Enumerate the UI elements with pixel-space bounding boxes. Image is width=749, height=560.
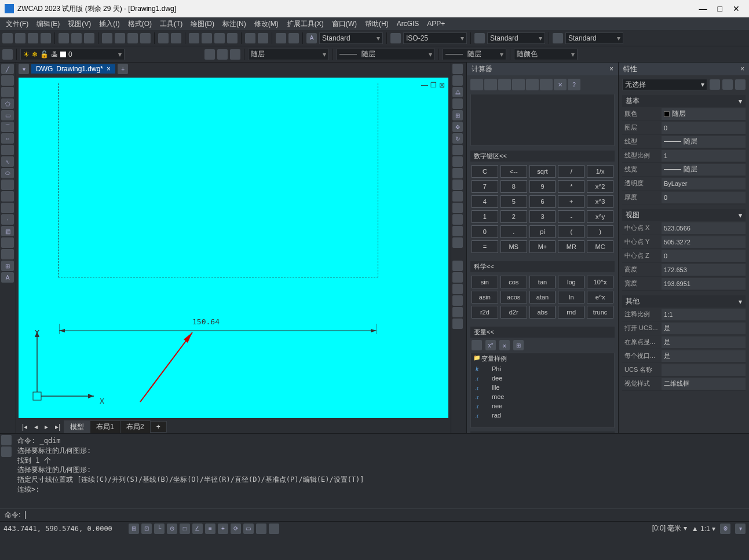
blockedit-icon[interactable]: [452, 261, 463, 271]
color-combo[interactable]: 随层▾: [248, 49, 329, 60]
block-make-icon[interactable]: [1, 203, 14, 213]
calc-angle-icon[interactable]: [540, 79, 553, 90]
layer-state-icon[interactable]: [230, 49, 240, 60]
dyn-icon[interactable]: +: [218, 524, 228, 534]
menu-edit[interactable]: 编辑(E): [33, 18, 63, 30]
drawing-canvas[interactable]: — ❐ ⊠ 150.64: [19, 78, 448, 418]
spline-icon[interactable]: ∿: [1, 156, 14, 167]
menu-draw[interactable]: 绘图(D): [187, 18, 218, 30]
extend-icon[interactable]: [452, 180, 463, 190]
var-delete-icon[interactable]: x̶: [499, 340, 510, 350]
undo-icon[interactable]: [158, 33, 169, 43]
calc-key-MS[interactable]: MS: [500, 240, 527, 253]
properties-icon[interactable]: [245, 33, 255, 43]
lwt-icon[interactable]: ≡: [205, 524, 215, 534]
calc-key-8[interactable]: 8: [500, 180, 527, 193]
new-icon[interactable]: [2, 33, 13, 43]
quick-select-icon[interactable]: [710, 79, 720, 90]
calc-intersect-icon[interactable]: ✕: [554, 79, 567, 90]
prop-width[interactable]: 193.6951: [662, 278, 746, 290]
stretch-icon[interactable]: [452, 156, 463, 167]
move-icon[interactable]: ✥: [452, 122, 463, 132]
cycle-icon[interactable]: ⟳: [231, 524, 241, 534]
prop-transparency[interactable]: ByLayer: [662, 178, 746, 189]
calc-sci-header[interactable]: 科学<<: [470, 261, 615, 272]
calc-numpad-header[interactable]: 数字键区<<: [470, 151, 615, 162]
calc-key-e^x[interactable]: e^x: [587, 291, 613, 303]
minimize-button[interactable]: —: [699, 4, 707, 13]
snap-icon[interactable]: ⊞: [129, 524, 139, 534]
selection-combo[interactable]: 无选择▾: [622, 79, 707, 90]
calc-key-MR[interactable]: MR: [558, 240, 584, 253]
sb-config-icon[interactable]: ▾: [735, 524, 746, 534]
var-item-ille[interactable]: ille: [471, 383, 614, 392]
pickadd-icon[interactable]: [735, 79, 746, 90]
command-prompt[interactable]: 命令:: [0, 508, 749, 521]
new-tab-icon[interactable]: +: [118, 64, 128, 74]
var-item-rad[interactable]: rad: [471, 411, 614, 420]
preview-icon[interactable]: [71, 33, 82, 43]
ortho-icon[interactable]: └: [154, 524, 165, 534]
mtext-icon[interactable]: A: [1, 272, 14, 283]
calc-key-<--[interactable]: <--: [500, 165, 527, 178]
close-tab-icon[interactable]: ×: [107, 65, 111, 73]
sb-anno-icon[interactable]: ⚙: [720, 524, 730, 534]
calc-icon[interactable]: [258, 33, 268, 43]
var-folder[interactable]: 变量样例: [471, 353, 614, 364]
sb-anno-scale[interactable]: ▲ 1:1 ▾: [692, 525, 715, 533]
layer-manager-icon[interactable]: [2, 49, 13, 60]
block-tool-icon[interactable]: [452, 272, 463, 283]
plot-icon[interactable]: [59, 33, 69, 43]
group-view[interactable]: 视图▾: [622, 209, 746, 221]
tablestyle-icon[interactable]: [474, 33, 485, 43]
prop-per-vp[interactable]: 是: [662, 350, 746, 362]
prop-lineweight[interactable]: 随层: [662, 164, 746, 175]
doc-close-icon[interactable]: ⊠: [439, 81, 445, 89]
revcloud-icon[interactable]: [1, 145, 14, 155]
scale-icon[interactable]: [452, 145, 463, 155]
prop-ucs-name[interactable]: [662, 364, 746, 376]
prop-center-z[interactable]: 0: [662, 250, 746, 262]
menu-extend[interactable]: 扩展工具(X): [283, 18, 327, 30]
offset-icon[interactable]: [452, 98, 463, 109]
calc-key-5[interactable]: 5: [500, 195, 527, 208]
zoom-window-icon[interactable]: [214, 33, 225, 43]
calc-key--[interactable]: -: [558, 210, 584, 223]
calc-key-MC[interactable]: MC: [587, 240, 613, 253]
calc-key-=[interactable]: =: [472, 240, 498, 253]
calc-key-trunc[interactable]: trunc: [587, 306, 613, 319]
sb-tool2-icon[interactable]: [269, 524, 279, 534]
trim-icon[interactable]: [452, 168, 463, 178]
block-tool5-icon[interactable]: [452, 319, 463, 329]
pan-icon[interactable]: [189, 33, 199, 43]
tab-layout2[interactable]: 布局2: [120, 420, 151, 434]
dimstyle-combo[interactable]: ISO-25▾: [403, 32, 467, 44]
coords-display[interactable]: 443.7441, 590.5746, 0.0000: [3, 525, 112, 533]
calc-key-x^y[interactable]: x^y: [587, 210, 613, 223]
prop-height[interactable]: 172.653: [662, 264, 746, 276]
var-edit-icon[interactable]: x*: [485, 340, 496, 350]
prop-center-y[interactable]: 505.3272: [662, 236, 746, 248]
polygon-icon[interactable]: ⬠: [1, 98, 14, 109]
calc-display[interactable]: [470, 94, 615, 146]
ellipse-icon[interactable]: ⬭: [1, 168, 14, 178]
point-icon[interactable]: ·: [1, 214, 14, 225]
calc-key-3[interactable]: 3: [529, 210, 556, 223]
prop-linetype[interactable]: 随层: [662, 136, 746, 148]
calc-key-rnd[interactable]: rnd: [558, 306, 584, 319]
region-icon[interactable]: [1, 249, 14, 259]
calc-close-icon[interactable]: ×: [609, 65, 613, 73]
hatch-icon[interactable]: ▨: [1, 226, 14, 236]
calc-key-+[interactable]: +: [558, 195, 584, 208]
menu-format[interactable]: 格式(O): [125, 18, 155, 30]
calc-key-([interactable]: (: [558, 225, 584, 238]
var-calc-icon[interactable]: ⊞: [513, 340, 524, 350]
menu-app[interactable]: APP+: [423, 19, 448, 29]
table-icon[interactable]: ⊞: [1, 261, 14, 271]
calc-key-C[interactable]: C: [472, 165, 498, 178]
calc-key-7[interactable]: 7: [472, 180, 498, 193]
calc-key-asin[interactable]: asin: [472, 291, 498, 303]
lineweight-combo[interactable]: 随层▾: [443, 49, 506, 60]
layer-iso-icon[interactable]: [217, 49, 228, 60]
calc-key-1[interactable]: 1: [472, 210, 498, 223]
